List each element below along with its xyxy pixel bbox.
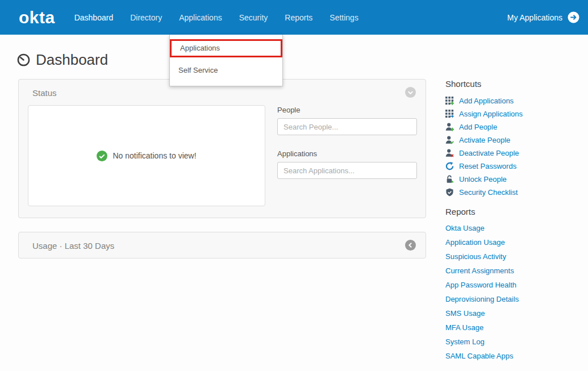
quick-search-column: People Applications [277, 106, 417, 193]
top-nav-bar: okta Dashboard Directory Applications Se… [0, 0, 588, 35]
nav-security[interactable]: Security [238, 10, 269, 26]
shortcut-label[interactable]: Security Checklist [459, 188, 518, 197]
shield-check-icon [445, 188, 454, 197]
usage-expand-button[interactable] [405, 240, 416, 251]
shortcut-assign-applications[interactable]: Assign Applications [445, 109, 579, 118]
nav-applications[interactable]: Applications [178, 10, 223, 26]
shortcut-label[interactable]: Activate People [459, 136, 510, 144]
notification-text: No notifications to view! [112, 151, 196, 160]
person-x-icon [445, 149, 454, 157]
shortcut-reset-passwords[interactable]: Reset Passwords [445, 161, 579, 170]
header-right: My Applications [507, 11, 579, 23]
app-grid-plus-icon [445, 97, 454, 105]
status-panel-title: Status [32, 88, 57, 98]
chevron-down-circle-icon [405, 91, 416, 99]
okta-logo[interactable]: okta [19, 9, 55, 26]
report-system-log[interactable]: System Log [445, 337, 579, 346]
people-label: People [277, 106, 417, 114]
nav-settings[interactable]: Settings [328, 10, 360, 26]
report-suspicious-activity[interactable]: Suspicious Activity [445, 252, 579, 261]
shortcut-add-people[interactable]: Add People [445, 122, 579, 131]
dropdown-item-self-service[interactable]: Self Service [170, 62, 282, 79]
usage-panel: Usage · Last 30 Days [18, 232, 426, 259]
arrow-right-circle-icon[interactable] [568, 11, 579, 23]
main-nav: Dashboard Directory Applications Securit… [73, 10, 360, 26]
my-applications-link[interactable]: My Applications [507, 13, 562, 22]
report-deprovisioning-details[interactable]: Deprovisioning Details [445, 295, 579, 303]
right-sidebar: Shortcuts Add Applications Assign Applic… [445, 79, 579, 366]
status-collapse-button[interactable] [405, 87, 416, 98]
applications-label: Applications [277, 149, 417, 158]
dropdown-item-applications[interactable]: Applications [170, 39, 282, 57]
shortcut-deactivate-people[interactable]: Deactivate People [445, 148, 579, 157]
person-check-icon [445, 136, 454, 144]
search-applications-input[interactable] [277, 162, 417, 179]
shortcut-security-checklist[interactable]: Security Checklist [445, 187, 579, 197]
report-okta-usage[interactable]: Okta Usage [445, 224, 579, 232]
report-mfa-usage[interactable]: MFA Usage [445, 323, 579, 332]
shortcut-activate-people[interactable]: Activate People [445, 135, 579, 144]
nav-reports[interactable]: Reports [283, 10, 314, 26]
shortcuts-heading: Shortcuts [445, 79, 579, 89]
shortcut-unlock-people[interactable]: Unlock People [445, 174, 579, 184]
shortcut-label[interactable]: Reset Passwords [459, 162, 516, 170]
shortcut-label[interactable]: Add Applications [459, 97, 514, 105]
shortcut-label[interactable]: Deactivate People [459, 149, 519, 157]
shortcut-label[interactable]: Add People [459, 123, 497, 131]
applications-dropdown-menu: Applications Self Service [169, 35, 283, 86]
status-panel: Status No notifications to view! People … [18, 79, 426, 218]
page-title: Dashboard [17, 51, 108, 69]
notifications-box: No notifications to view! [28, 105, 265, 206]
chevron-left-circle-icon [405, 244, 416, 252]
search-people-input[interactable] [277, 118, 417, 135]
page-title-text: Dashboard [36, 51, 108, 69]
nav-dashboard[interactable]: Dashboard [73, 10, 115, 26]
report-sms-usage[interactable]: SMS Usage [445, 309, 579, 318]
report-current-assignments[interactable]: Current Assignments [445, 266, 579, 275]
unlock-icon [445, 175, 454, 184]
shortcut-add-applications[interactable]: Add Applications [445, 96, 579, 105]
report-saml-capable-apps[interactable]: SAML Capable Apps [445, 352, 579, 360]
app-grid-arrow-icon [445, 110, 454, 118]
reports-heading: Reports [445, 207, 579, 216]
person-plus-icon [445, 123, 454, 131]
nav-directory[interactable]: Directory [129, 10, 163, 26]
check-circle-icon [97, 151, 107, 161]
usage-panel-title: Usage · Last 30 Days [32, 241, 114, 251]
refresh-icon [445, 162, 454, 170]
report-application-usage[interactable]: Application Usage [445, 238, 579, 247]
dashboard-gauge-icon [17, 53, 30, 66]
shortcut-label[interactable]: Unlock People [459, 175, 507, 184]
report-app-password-health[interactable]: App Password Health [445, 281, 579, 289]
shortcut-label[interactable]: Assign Applications [459, 110, 523, 118]
